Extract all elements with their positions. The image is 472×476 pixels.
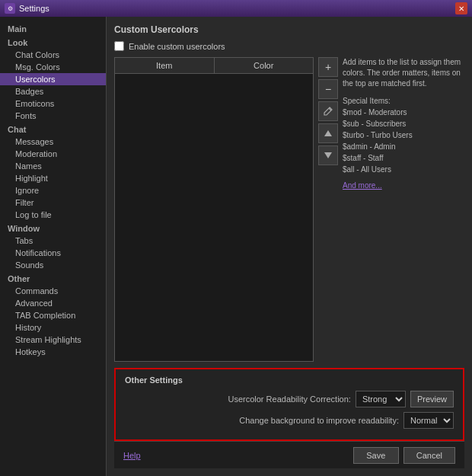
edit-icon xyxy=(324,107,333,116)
sidebar-item-log-to-file[interactable]: Log to file xyxy=(0,209,106,221)
special-item-sub: $sub - Subscribers xyxy=(343,118,464,129)
readability-select[interactable]: Strong Off Light Normal xyxy=(356,391,406,407)
info-panel: Add items to the list to assign them col… xyxy=(343,57,464,362)
sidebar-item-messages[interactable]: Messages xyxy=(0,136,106,148)
col-color: Color xyxy=(215,58,314,73)
sidebar-item-sounds[interactable]: Sounds xyxy=(0,259,106,271)
sidebar-item-emoticons[interactable]: Emoticons xyxy=(0,97,106,110)
readability-row: Usercolor Readability Correction: Strong… xyxy=(125,391,454,407)
save-button[interactable]: Save xyxy=(353,447,399,464)
sidebar-item-usercolors[interactable]: Usercolors xyxy=(0,73,106,85)
bottom-buttons: Save Cancel xyxy=(353,447,455,464)
background-label: Change background to improve readability… xyxy=(125,416,399,425)
sidebar-item-notifications[interactable]: Notifications xyxy=(0,247,106,259)
col-item: Item xyxy=(115,58,215,73)
sidebar-item-badges[interactable]: Badges xyxy=(0,85,106,97)
special-item-admin: $admin - Admin xyxy=(343,141,464,152)
sidebar-item-msg-colors[interactable]: Msg. Colors xyxy=(0,61,106,73)
controls-panel: + − xyxy=(318,57,338,362)
sidebar-section-other: Other xyxy=(0,271,106,285)
special-items-title: Special Items: xyxy=(343,95,464,107)
title-bar: ⚙ Settings ✕ xyxy=(0,0,472,17)
enable-label: Enable custom usercolors xyxy=(129,42,225,51)
sidebar-item-tabs[interactable]: Tabs xyxy=(0,235,106,247)
svg-marker-1 xyxy=(324,152,332,158)
sidebar-item-names[interactable]: Names xyxy=(0,160,106,172)
special-item-all: $all - All Users xyxy=(343,164,464,175)
table-container: Item Color xyxy=(114,57,314,362)
down-arrow-icon xyxy=(324,151,333,160)
sidebar-item-ignore[interactable]: Ignore xyxy=(0,184,106,196)
and-more-link[interactable]: And more... xyxy=(343,181,464,190)
sidebar-item-filter[interactable]: Filter xyxy=(0,196,106,209)
move-down-button[interactable] xyxy=(318,145,338,165)
sidebar-item-commands[interactable]: Commands xyxy=(0,285,106,297)
sidebar-item-moderation[interactable]: Moderation xyxy=(0,148,106,160)
svg-marker-0 xyxy=(324,130,332,136)
sidebar-item-history[interactable]: History xyxy=(0,321,106,334)
table-header: Item Color xyxy=(115,58,313,74)
up-arrow-icon xyxy=(324,129,333,138)
special-items: Special Items: $mod - Moderators $sub - … xyxy=(343,95,464,175)
sidebar-section-chat: Chat xyxy=(0,122,106,136)
remove-button[interactable]: − xyxy=(318,79,338,99)
sidebar-item-tab-completion[interactable]: TAB Completion xyxy=(0,309,106,321)
other-settings-box: Other Settings Usercolor Readability Cor… xyxy=(114,368,464,441)
table-body xyxy=(115,74,313,361)
cancel-button[interactable]: Cancel xyxy=(403,447,455,464)
special-item-staff: $staff - Staff xyxy=(343,152,464,164)
sidebar-item-fonts[interactable]: Fonts xyxy=(0,110,106,122)
bottom-bar: Help Save Cancel xyxy=(114,441,464,468)
main-container: Main Look Chat Colors Msg. Colors Userco… xyxy=(0,17,472,476)
special-item-mod: $mod - Moderators xyxy=(343,107,464,118)
sidebar-section-main: Main xyxy=(0,21,106,35)
sidebar-item-chat-colors[interactable]: Chat Colors xyxy=(0,49,106,61)
section-title: Custom Usercolors xyxy=(114,24,464,35)
enable-checkbox[interactable] xyxy=(114,41,124,51)
move-up-button[interactable] xyxy=(318,123,338,143)
sidebar: Main Look Chat Colors Msg. Colors Userco… xyxy=(0,17,107,476)
sidebar-section-window: Window xyxy=(0,221,106,235)
sidebar-item-hotkeys[interactable]: Hotkeys xyxy=(0,346,106,358)
info-description: Add items to the list to assign them col… xyxy=(343,57,464,89)
close-button[interactable]: ✕ xyxy=(455,2,467,14)
sidebar-item-highlight[interactable]: Highlight xyxy=(0,172,106,184)
edit-button[interactable] xyxy=(318,101,338,121)
app-icon: ⚙ xyxy=(5,3,15,14)
preview-button[interactable]: Preview xyxy=(410,391,454,407)
special-item-turbo: $turbo - Turbo Users xyxy=(343,129,464,141)
readability-label: Usercolor Readability Correction: xyxy=(125,395,351,404)
sidebar-item-advanced[interactable]: Advanced xyxy=(0,297,106,309)
help-link[interactable]: Help xyxy=(123,451,141,460)
background-row: Change background to improve readability… xyxy=(125,412,454,429)
title-bar-left: ⚙ Settings xyxy=(5,3,49,14)
add-button[interactable]: + xyxy=(318,57,338,77)
table-and-controls: Item Color + − xyxy=(114,57,464,362)
enable-row: Enable custom usercolors xyxy=(114,41,464,51)
sidebar-item-stream-highlights[interactable]: Stream Highlights xyxy=(0,334,106,346)
title-bar-title: Settings xyxy=(19,4,49,13)
sidebar-section-look: Look xyxy=(0,35,106,49)
background-select[interactable]: Normal Off Light Strong xyxy=(403,412,454,429)
other-settings-title: Other Settings xyxy=(125,375,454,385)
